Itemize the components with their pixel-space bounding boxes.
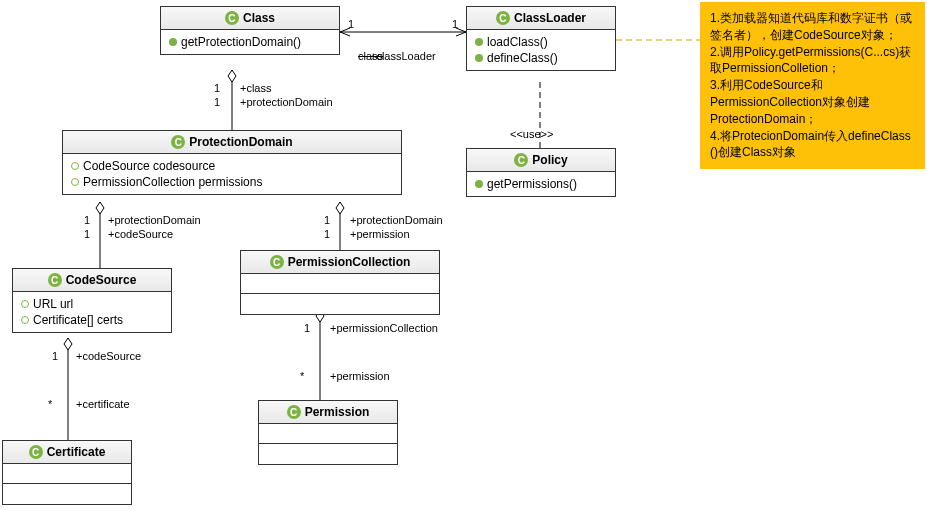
pd-name: ProtectionDomain xyxy=(189,135,292,149)
note-line: 3.利用CodeSource和PermissionCollection对象创建P… xyxy=(710,77,915,127)
class-icon xyxy=(48,273,62,287)
public-method-icon xyxy=(475,54,483,62)
role-label: +class xyxy=(240,82,272,94)
mult-label: 1 xyxy=(52,350,58,362)
perm-name: Permission xyxy=(305,405,370,419)
class-title: Class xyxy=(161,7,339,30)
mult-label: * xyxy=(300,370,304,382)
cs-name: CodeSource xyxy=(66,273,137,287)
mult-label: 1 xyxy=(84,214,90,226)
note-line: 4.将ProtecionDomain传入defineClass ()创建Clas… xyxy=(710,128,915,162)
class-icon xyxy=(29,445,43,459)
annotation-note: 1.类加载器知道代码库和数字证书（或签名者），创建CodeSource对象； 2… xyxy=(700,2,925,169)
role-label: +certificate xyxy=(76,398,130,410)
mult-label: 1 xyxy=(304,322,310,334)
classloader-op: loadClass() xyxy=(475,34,607,50)
policy-op: getPermissions() xyxy=(475,176,607,192)
mult-label: 1 xyxy=(348,18,354,30)
pd-title: ProtectionDomain xyxy=(63,131,401,154)
mult-label: * xyxy=(48,398,52,410)
uml-class-codesource: CodeSource URL url Certificate[] certs xyxy=(12,268,172,333)
role-label: +permission xyxy=(330,370,390,382)
attr-icon xyxy=(21,316,29,324)
public-method-icon xyxy=(475,180,483,188)
cert-title: Certificate xyxy=(3,441,131,464)
class-icon xyxy=(287,405,301,419)
attr-icon xyxy=(21,300,29,308)
classloader-title: ClassLoader xyxy=(467,7,615,30)
mult-label: 1 xyxy=(84,228,90,240)
role-label: +protectionDomain xyxy=(240,96,333,108)
public-method-icon xyxy=(169,38,177,46)
uml-class-protectiondomain: ProtectionDomain CodeSource codesource P… xyxy=(62,130,402,195)
mult-label: 1 xyxy=(214,96,220,108)
mult-label: 1 xyxy=(324,228,330,240)
uml-class-permission: Permission xyxy=(258,400,398,465)
role-label: +codeSource xyxy=(108,228,173,240)
pd-attr: PermissionCollection permissions xyxy=(71,174,393,190)
policy-title: Policy xyxy=(467,149,615,172)
uml-class-class: Class getProtectionDomain() xyxy=(160,6,340,55)
role-label: +protectionDomain xyxy=(108,214,201,226)
note-line: 1.类加载器知道代码库和数字证书（或签名者），创建CodeSource对象； xyxy=(710,10,915,44)
mult-label: 1 xyxy=(214,82,220,94)
uml-class-classloader: ClassLoader loadClass() defineClass() xyxy=(466,6,616,71)
note-line: 2.调用Policy.getPermissions(C...cs)获取Permi… xyxy=(710,44,915,78)
role-label: +classLoader xyxy=(370,50,436,62)
classloader-op: defineClass() xyxy=(475,50,607,66)
pc-title: PermissionCollection xyxy=(241,251,439,274)
stereotype-label: <<use>> xyxy=(510,128,553,140)
perm-title: Permission xyxy=(259,401,397,424)
mult-label: 1 xyxy=(324,214,330,226)
cs-attr: URL url xyxy=(21,296,163,312)
class-op: getProtectionDomain() xyxy=(169,34,331,50)
attr-icon xyxy=(71,162,79,170)
class-name: Class xyxy=(243,11,275,25)
mult-label: 1 xyxy=(452,18,458,30)
uml-class-certificate: Certificate xyxy=(2,440,132,505)
role-label: +protectionDomain xyxy=(350,214,443,226)
public-method-icon xyxy=(475,38,483,46)
uml-class-policy: Policy getPermissions() xyxy=(466,148,616,197)
class-icon xyxy=(225,11,239,25)
pd-attr: CodeSource codesource xyxy=(71,158,393,174)
cs-attr: Certificate[] certs xyxy=(21,312,163,328)
class-icon xyxy=(514,153,528,167)
cs-title: CodeSource xyxy=(13,269,171,292)
class-icon xyxy=(496,11,510,25)
cert-name: Certificate xyxy=(47,445,106,459)
policy-name: Policy xyxy=(532,153,567,167)
class-icon xyxy=(270,255,284,269)
classloader-name: ClassLoader xyxy=(514,11,586,25)
role-label: +permission xyxy=(350,228,410,240)
uml-class-permissioncollection: PermissionCollection xyxy=(240,250,440,315)
role-label: +permissionCollection xyxy=(330,322,438,334)
class-icon xyxy=(171,135,185,149)
attr-icon xyxy=(71,178,79,186)
pc-name: PermissionCollection xyxy=(288,255,411,269)
role-label: +codeSource xyxy=(76,350,141,362)
